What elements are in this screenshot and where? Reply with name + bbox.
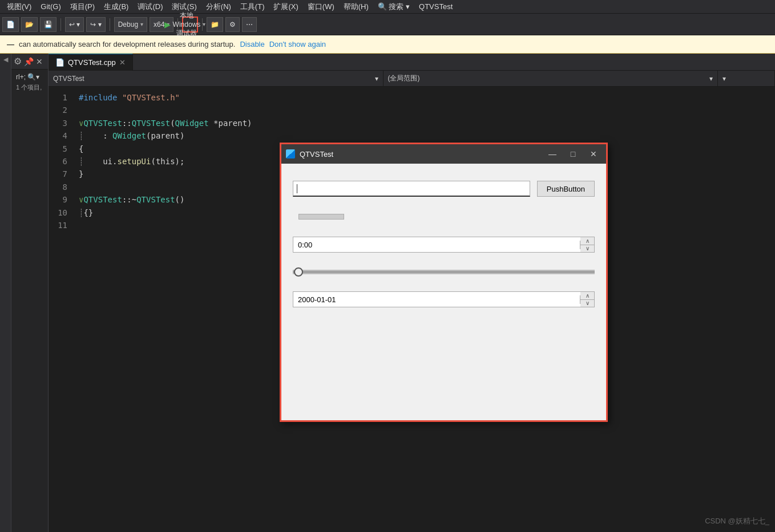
solution-tools-label: rl+; 🔍▾: [14, 72, 46, 82]
open-file-button[interactable]: 📂: [21, 17, 38, 32]
solution-close-icon[interactable]: ✕: [36, 57, 43, 66]
extra-dropdown-arrow: ▾: [722, 75, 726, 83]
line-num-6: 6: [53, 155, 67, 168]
menu-git[interactable]: Git(G): [36, 1, 65, 12]
solution-panel: ⚙ 📌 ✕ rl+; 🔍▾ 1 个项目,: [11, 54, 49, 532]
line-num-11: 11: [53, 219, 67, 232]
undo-button[interactable]: ↩ ▾: [65, 17, 84, 32]
qt-horizontal-scrollbar[interactable]: [298, 214, 344, 220]
qt-content: PushButton 0:00 ∧ ∨ 2000-01-01 ∧: [281, 164, 606, 420]
tab-close-button[interactable]: ✕: [119, 58, 126, 67]
menu-debug[interactable]: 调试(D): [133, 1, 167, 13]
menu-title: QTVSTest: [414, 1, 457, 12]
solution-project-info: 1 个项目,: [14, 82, 46, 93]
menu-tools[interactable]: 工具(T): [236, 1, 269, 13]
qt-slider-fill: [293, 271, 595, 273]
more-button[interactable]: ⋯: [242, 17, 257, 32]
run-debugger-button[interactable]: ▶ 本地 Windows 调试器 ▾ ▶: [182, 17, 198, 33]
qt-date-up-button[interactable]: ∧: [580, 292, 594, 300]
settings-button[interactable]: ⚙: [225, 17, 240, 32]
line-num-8: 8: [53, 181, 67, 193]
solution-tab-header: ⚙ 📌 ✕: [11, 54, 48, 70]
narrow-left-panel: ◀: [0, 54, 11, 532]
qt-titlebar: QTVSTest — □ ✕: [281, 144, 606, 164]
active-tab-qtvstest[interactable]: 📄 QTVSTest.cpp ✕: [49, 54, 133, 71]
save-button[interactable]: 💾: [40, 17, 56, 32]
play-icon: ▶: [164, 20, 171, 29]
menu-window[interactable]: 窗口(W): [303, 1, 339, 13]
qt-time-up-button[interactable]: ∧: [580, 237, 594, 245]
menu-build[interactable]: 生成(B): [99, 1, 133, 13]
menu-extensions[interactable]: 扩展(X): [269, 1, 302, 13]
qt-preview-window: QTVSTest — □ ✕ PushButton 0:00 ∧ ∨: [280, 143, 608, 422]
separator-2: [110, 18, 110, 31]
tab-icon: 📄: [55, 58, 64, 67]
line-num-7: 7: [53, 168, 67, 180]
notification-text: can automatically search for development…: [19, 40, 235, 48]
code-line-2: [79, 104, 770, 116]
scope-dropdown-arrow: ▾: [709, 75, 713, 83]
tools-label: rl+; 🔍▾: [16, 73, 39, 81]
line-num-5: 5: [53, 143, 67, 155]
qt-date-down-button[interactable]: ∨: [580, 300, 594, 307]
separator-4: [202, 18, 203, 31]
notification-dash: —: [7, 40, 14, 48]
line-num-9: 9: [53, 193, 67, 206]
menu-project[interactable]: 项目(P): [66, 1, 99, 13]
class-dropdown-arrow: ▾: [375, 75, 378, 83]
solution-content: rl+; 🔍▾ 1 个项目,: [11, 70, 48, 532]
qt-pushbutton[interactable]: PushButton: [537, 181, 595, 197]
line-num-1: 1: [53, 91, 67, 104]
extra-dropdown[interactable]: ▾: [718, 71, 775, 86]
code-line-1: #include "QTVSTest.h": [79, 91, 770, 104]
debug-config-arrow: ▾: [140, 21, 143, 27]
project-info-label: 1 个项目,: [16, 84, 42, 91]
code-dropdowns: QTVSTest ▾ (全局范围) ▾ ▾: [49, 71, 775, 87]
qt-slider-track[interactable]: [293, 270, 595, 274]
qt-time-value[interactable]: 0:00: [293, 241, 580, 249]
qt-time-down-button[interactable]: ∨: [580, 245, 594, 253]
folder-button[interactable]: 📁: [207, 17, 223, 32]
qt-date-value[interactable]: 2000-01-01: [293, 295, 580, 304]
menu-view[interactable]: 视图(V): [2, 1, 36, 13]
solution-settings-icon[interactable]: ⚙: [14, 56, 22, 67]
line-num-2: 2: [53, 104, 67, 116]
qt-dateedit-buttons: ∧ ∨: [580, 292, 594, 307]
separator-1: [60, 18, 61, 31]
debug-config-dropdown[interactable]: Debug ▾: [114, 17, 147, 32]
dont-show-link[interactable]: Don't show again: [269, 40, 326, 48]
qt-time-spinbox: 0:00 ∧ ∨: [293, 237, 595, 253]
qt-row-lineedit: PushButton: [293, 181, 595, 197]
disable-link[interactable]: Disable: [240, 40, 264, 48]
qt-lineedit[interactable]: [293, 181, 530, 197]
debug-config-label: Debug: [118, 21, 138, 29]
qt-pushbutton-label: PushButton: [547, 185, 585, 193]
scope-dropdown-value: (全局范围): [388, 74, 420, 83]
run-dropdown-arrow: ▾: [203, 21, 205, 27]
class-dropdown-value: QTVSTest: [53, 75, 84, 83]
tab-label: QTVSTest.cpp: [68, 58, 116, 67]
line-numbers: 1 2 3 4 5 6 7 8 9 10 11: [49, 87, 74, 532]
qt-minimize-button[interactable]: —: [544, 146, 560, 162]
scope-dropdown[interactable]: (全局范围) ▾: [384, 71, 719, 86]
qt-cursor: [297, 184, 297, 193]
qt-time-spinbox-buttons: ∧ ∨: [580, 237, 594, 252]
solution-pin-icon[interactable]: 📌: [24, 57, 34, 66]
menu-analyze[interactable]: 分析(N): [201, 1, 236, 13]
collapse-arrow[interactable]: ◀: [3, 56, 8, 63]
qt-maximize-button[interactable]: □: [565, 146, 581, 162]
class-dropdown[interactable]: QTVSTest ▾: [49, 71, 384, 86]
menu-help[interactable]: 帮助(H): [339, 1, 373, 13]
qt-slider-handle[interactable]: [294, 267, 303, 277]
qt-scrollbar-row: [293, 214, 595, 220]
line-num-3: 3: [53, 117, 67, 129]
qt-slider-container: [293, 270, 595, 274]
new-file-button[interactable]: 📄: [2, 17, 19, 32]
menu-search[interactable]: 🔍 搜索 ▾: [373, 1, 414, 13]
run-label: 本地 Windows 调试器: [173, 11, 201, 38]
code-line-4: ┊ : QWidget(parent): [79, 129, 770, 142]
redo-button[interactable]: ↪ ▾: [86, 17, 105, 32]
qt-dateedit: 2000-01-01 ∧ ∨: [293, 291, 595, 307]
qt-close-button[interactable]: ✕: [586, 146, 602, 162]
line-num-4: 4: [53, 129, 67, 142]
